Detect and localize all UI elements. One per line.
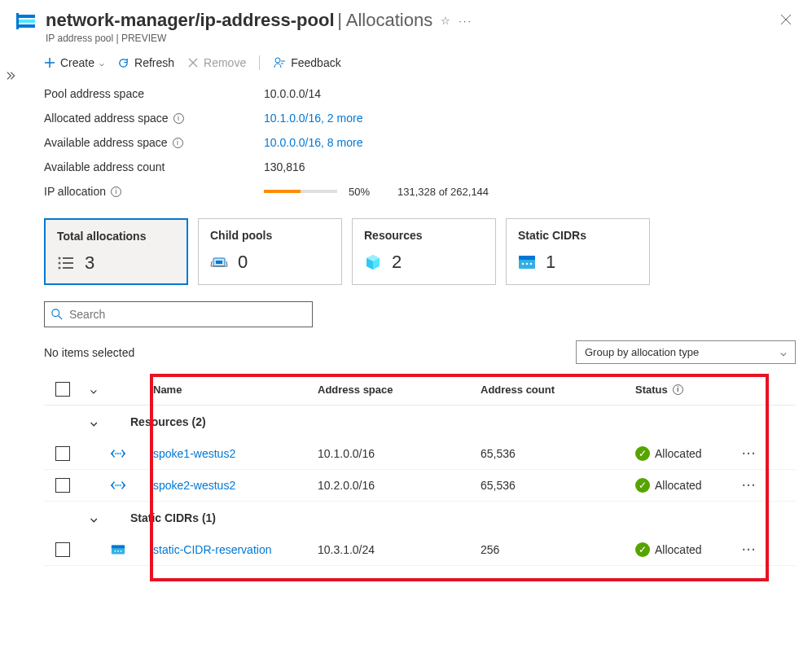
row-count: 256 bbox=[481, 543, 635, 556]
row-checkbox[interactable] bbox=[55, 542, 70, 557]
chevron-down-icon: ⌵ bbox=[99, 59, 104, 68]
available-count-label: Available address count bbox=[44, 160, 264, 173]
vnet-icon bbox=[106, 480, 130, 491]
column-status[interactable]: Status i bbox=[635, 384, 733, 396]
column-address-space[interactable]: Address space bbox=[318, 384, 481, 396]
svg-point-17 bbox=[530, 263, 533, 265]
svg-point-24 bbox=[120, 485, 121, 486]
row-address: 10.2.0.0/16 bbox=[318, 479, 481, 492]
ip-allocation-label: IP allocation i bbox=[44, 185, 264, 198]
info-icon[interactable]: i bbox=[111, 186, 121, 197]
svg-point-5 bbox=[59, 257, 61, 260]
svg-point-9 bbox=[59, 267, 61, 270]
allocated-space-value[interactable]: 10.1.0.0/16, 2 more bbox=[264, 112, 362, 125]
row-more-button[interactable]: ··· bbox=[733, 447, 766, 460]
row-more-button[interactable]: ··· bbox=[733, 479, 766, 492]
svg-rect-3 bbox=[16, 13, 19, 29]
svg-point-7 bbox=[59, 262, 61, 265]
svg-point-27 bbox=[115, 550, 116, 552]
available-space-label: Available address space i bbox=[44, 136, 264, 149]
svg-point-20 bbox=[117, 453, 119, 454]
table-row[interactable]: spoke2-westus2 10.2.0.0/16 65,536 ✓ Allo… bbox=[44, 470, 796, 502]
vnet-icon bbox=[106, 448, 130, 459]
refresh-button[interactable]: Refresh bbox=[117, 56, 174, 69]
svg-point-29 bbox=[121, 550, 122, 552]
feedback-button[interactable]: Feedback bbox=[273, 56, 340, 69]
card-child-pools[interactable]: Child pools 0 bbox=[198, 218, 342, 285]
available-space-value[interactable]: 10.0.0.0/16, 8 more bbox=[264, 136, 362, 149]
pool-address-label: Pool address space bbox=[44, 87, 264, 100]
svg-rect-1 bbox=[19, 20, 35, 23]
svg-point-28 bbox=[117, 550, 119, 552]
svg-point-4 bbox=[275, 58, 280, 63]
column-address-count[interactable]: Address count bbox=[481, 384, 635, 396]
row-checkbox[interactable] bbox=[55, 478, 70, 493]
list-icon bbox=[57, 254, 75, 272]
card-total-allocations[interactable]: Total allocations 3 bbox=[44, 218, 188, 285]
expand-all-toggle[interactable]: ⌵ bbox=[81, 384, 106, 396]
svg-rect-26 bbox=[112, 546, 125, 549]
search-input[interactable] bbox=[69, 308, 305, 321]
svg-rect-12 bbox=[216, 261, 222, 264]
row-count: 65,536 bbox=[481, 447, 635, 460]
svg-point-21 bbox=[120, 453, 121, 454]
allocation-detail: 131,328 of 262,144 bbox=[397, 186, 489, 198]
page-title: network-manager/ip-address-pool | Alloca… bbox=[46, 10, 432, 31]
row-status: ✓ Allocated bbox=[635, 446, 733, 461]
column-name[interactable]: Name bbox=[130, 384, 318, 396]
page-subtitle: IP address pool | PREVIEW bbox=[46, 33, 776, 44]
select-all-checkbox[interactable] bbox=[55, 382, 70, 397]
svg-point-18 bbox=[52, 309, 59, 317]
allocation-progress-bar bbox=[264, 190, 337, 193]
info-icon[interactable]: i bbox=[173, 113, 184, 124]
row-status: ✓ Allocated bbox=[635, 542, 733, 557]
row-checkbox[interactable] bbox=[55, 446, 70, 461]
svg-rect-6 bbox=[63, 257, 73, 259]
resource-icon bbox=[16, 10, 39, 33]
success-icon: ✓ bbox=[635, 446, 650, 461]
card-resources[interactable]: Resources 2 bbox=[352, 218, 496, 285]
expand-nav-button[interactable] bbox=[7, 70, 18, 84]
pool-icon bbox=[210, 253, 228, 271]
info-icon[interactable]: i bbox=[673, 384, 683, 395]
create-button[interactable]: Create ⌵ bbox=[44, 56, 104, 69]
toolbar-separator bbox=[259, 55, 260, 70]
group-toggle-static[interactable]: ⌵ bbox=[81, 511, 106, 524]
svg-point-19 bbox=[115, 453, 116, 454]
cube-icon bbox=[364, 253, 382, 271]
row-name-link[interactable]: spoke2-westus2 bbox=[130, 479, 318, 492]
row-name-link[interactable]: static-CIDR-reservation bbox=[130, 543, 318, 556]
success-icon: ✓ bbox=[635, 542, 650, 557]
cidr-icon bbox=[518, 253, 536, 271]
remove-button: Remove bbox=[187, 56, 246, 69]
favorite-star-icon[interactable]: ☆ bbox=[441, 15, 450, 27]
svg-point-23 bbox=[117, 485, 119, 486]
cidr-icon bbox=[106, 544, 130, 555]
svg-rect-10 bbox=[63, 267, 73, 269]
row-count: 65,536 bbox=[481, 479, 635, 492]
available-count-value: 130,816 bbox=[264, 160, 305, 173]
svg-rect-0 bbox=[19, 15, 35, 18]
row-status: ✓ Allocated bbox=[635, 478, 733, 493]
table-row[interactable]: static-CIDR-reservation 10.3.1.0/24 256 … bbox=[44, 534, 796, 566]
group-toggle-resources[interactable]: ⌵ bbox=[81, 415, 106, 428]
close-button[interactable] bbox=[776, 10, 796, 32]
info-icon[interactable]: i bbox=[173, 138, 183, 148]
row-more-button[interactable]: ··· bbox=[733, 543, 766, 556]
row-address: 10.3.1.0/24 bbox=[318, 543, 481, 556]
svg-point-15 bbox=[522, 263, 525, 265]
group-header-resources: Resources (2) bbox=[130, 415, 206, 428]
card-static-cidrs[interactable]: Static CIDRs 1 bbox=[506, 218, 650, 285]
svg-rect-14 bbox=[519, 256, 535, 260]
success-icon: ✓ bbox=[635, 478, 650, 493]
search-input-container[interactable] bbox=[44, 301, 313, 327]
selection-status: No items selected bbox=[44, 346, 134, 359]
group-by-select[interactable]: Group by allocation type ⌵ bbox=[576, 340, 796, 364]
table-row[interactable]: spoke1-westus2 10.1.0.0/16 65,536 ✓ Allo… bbox=[44, 438, 796, 470]
row-name-link[interactable]: spoke1-westus2 bbox=[130, 447, 318, 460]
group-header-static: Static CIDRs (1) bbox=[130, 511, 216, 524]
allocated-space-label: Allocated address space i bbox=[44, 112, 264, 125]
more-actions-icon[interactable]: ··· bbox=[459, 15, 472, 27]
pool-address-value: 10.0.0.0/14 bbox=[264, 87, 321, 100]
svg-point-16 bbox=[526, 263, 529, 265]
